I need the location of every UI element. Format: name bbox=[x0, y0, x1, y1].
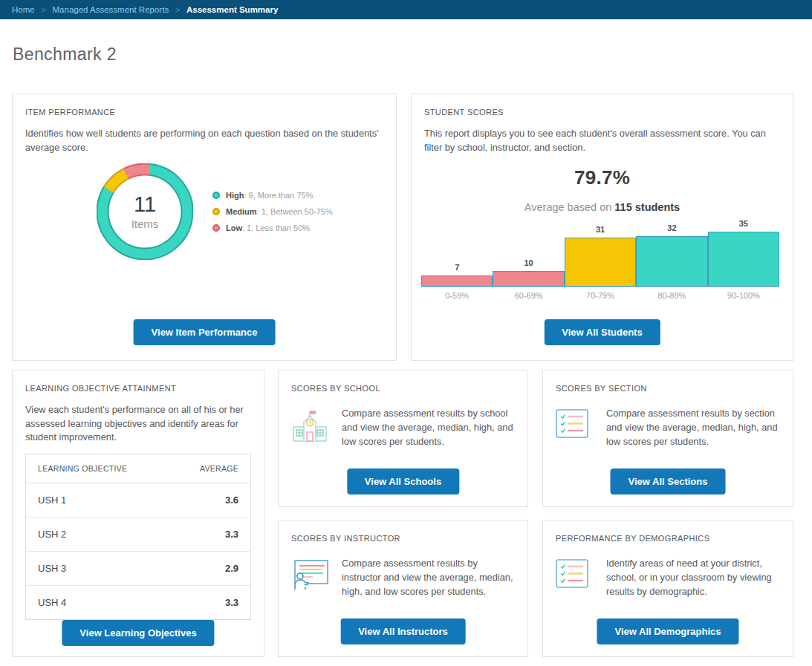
card-description: This report displays you to see each stu… bbox=[424, 127, 780, 154]
student-scores-histogram: 70-59%1060-69%3170-79%3280-89%3590-100% bbox=[421, 215, 779, 287]
card-title: SCORES BY SECTION bbox=[556, 384, 780, 393]
legend-detail: : 1, Between 50-75% bbox=[257, 207, 333, 216]
checklist-icon bbox=[556, 556, 594, 592]
average-cell: 3.3 bbox=[225, 597, 238, 608]
objective-cell: USH 1 bbox=[38, 494, 66, 506]
donut-legend: High: 9, More than 75%Medium: 1, Between… bbox=[212, 191, 333, 232]
view-learning-objectives-button[interactable]: View Learning Objectives bbox=[62, 620, 214, 646]
table-row: USH 32.9 bbox=[26, 552, 250, 586]
legend-detail: : 1, Less than 50% bbox=[242, 223, 310, 232]
objective-cell: USH 3 bbox=[38, 563, 66, 574]
donut-total-label: Items bbox=[131, 218, 159, 230]
table-row: USH 23.3 bbox=[26, 518, 250, 552]
histogram-bar-group: 3170-79% bbox=[565, 215, 636, 287]
legend-dot bbox=[212, 208, 220, 215]
average-cell: 3.3 bbox=[225, 529, 238, 540]
card-description: Compare assessment results by section an… bbox=[606, 406, 780, 449]
donut-center-label: 11 Items bbox=[97, 163, 193, 260]
card-content: Compare assessment results by school and… bbox=[291, 406, 515, 449]
bar-value-label: 31 bbox=[565, 225, 636, 234]
histogram-bar-group: 70-59% bbox=[421, 215, 493, 287]
breadcrumb: Home > Managed Assessment Reports > Asse… bbox=[0, 0, 812, 19]
bar-value-label: 32 bbox=[636, 223, 707, 232]
instructor-presentation-icon bbox=[291, 556, 330, 593]
card-student-scores: STUDENT SCORES This report displays you … bbox=[411, 94, 793, 361]
card-description: Identify areas of need at your district,… bbox=[606, 556, 780, 599]
legend-dot bbox=[212, 192, 220, 199]
average-cell: 3.6 bbox=[225, 494, 238, 506]
bar-category-label: 80-89% bbox=[636, 291, 707, 300]
card-title: SCORES BY SCHOOL bbox=[291, 384, 515, 393]
card-description: View each student's performance on all o… bbox=[25, 403, 251, 445]
bar-value-label: 10 bbox=[493, 258, 564, 267]
histogram-bar bbox=[708, 232, 779, 287]
legend-label: High bbox=[226, 191, 244, 200]
histogram-bar bbox=[493, 271, 564, 287]
view-all-demographics-button[interactable]: View All Demographics bbox=[597, 618, 738, 644]
histogram-bar-group: 1060-69% bbox=[493, 215, 564, 287]
legend-label: Medium bbox=[226, 207, 257, 216]
donut-total: 11 bbox=[134, 194, 156, 215]
card-content: Identify areas of need at your district,… bbox=[556, 556, 780, 599]
card-scores-by-instructor: SCORES BY INSTRUCTOR Compare assessment … bbox=[278, 520, 528, 657]
view-all-sections-button[interactable]: View All Sections bbox=[611, 469, 726, 494]
legend-dot bbox=[212, 224, 220, 232]
card-scores-by-section: SCORES BY SECTION Compare assessment res… bbox=[542, 370, 793, 507]
card-item-performance: ITEM PERFORMANCE Identifies how well stu… bbox=[12, 94, 397, 361]
breadcrumb-assessment-summary: Assessment Summary bbox=[186, 5, 278, 14]
page-title: Benchmark 2 bbox=[13, 45, 117, 65]
column-header-objective: LEARNING OBJECTIVE bbox=[38, 464, 127, 473]
average-score-caption: Average based on 115 students bbox=[424, 201, 780, 213]
legend-item: Low: 1, Less than 50% bbox=[212, 223, 333, 232]
histogram-bar bbox=[565, 238, 636, 287]
bar-category-label: 60-69% bbox=[493, 291, 564, 300]
bar-value-label: 35 bbox=[708, 219, 779, 228]
card-performance-by-demographics: PERFORMANCE BY DEMOGRAPHICS Identify are… bbox=[542, 520, 793, 657]
bar-category-label: 90-100% bbox=[708, 291, 779, 300]
average-score-value: 79.7% bbox=[424, 166, 780, 189]
bar-value-label: 7 bbox=[421, 263, 493, 272]
donut-chart: 11 Items bbox=[97, 163, 193, 260]
table-row: USH 43.3 bbox=[26, 586, 250, 619]
card-title: LEARNING OBJECTIVE ATTAINMENT bbox=[25, 384, 251, 393]
table-row: USH 13.6 bbox=[26, 483, 250, 518]
view-item-performance-button[interactable]: View Item Performance bbox=[134, 319, 276, 345]
checklist-icon bbox=[556, 406, 594, 442]
card-title: PERFORMANCE BY DEMOGRAPHICS bbox=[556, 534, 780, 543]
breadcrumb-separator: > bbox=[42, 6, 46, 14]
bar-category-label: 70-79% bbox=[565, 291, 636, 300]
caption-students-count: 115 students bbox=[614, 201, 680, 213]
legend-label: Low bbox=[226, 223, 242, 232]
legend-item: Medium: 1, Between 50-75% bbox=[212, 207, 333, 216]
histogram-bar bbox=[636, 236, 707, 287]
card-content: Compare assessment results by instructor… bbox=[291, 556, 515, 599]
card-content: Compare assessment results by section an… bbox=[556, 406, 780, 449]
histogram-bar-group: 3590-100% bbox=[708, 215, 779, 287]
view-all-instructors-button[interactable]: View All Instructors bbox=[340, 618, 466, 644]
view-all-schools-button[interactable]: View All Schools bbox=[347, 469, 459, 494]
card-description: Identifies how well students are perform… bbox=[25, 127, 383, 154]
breadcrumb-separator: > bbox=[175, 6, 180, 14]
breadcrumb-managed-assessment-reports[interactable]: Managed Assessment Reports bbox=[53, 5, 169, 14]
view-all-students-button[interactable]: View All Students bbox=[544, 319, 660, 345]
objective-cell: USH 4 bbox=[38, 597, 66, 608]
histogram-bar bbox=[421, 275, 493, 287]
learning-objective-table: LEARNING OBJECTIVE AVERAGE USH 13.6USH 2… bbox=[25, 454, 251, 620]
school-icon bbox=[291, 406, 330, 446]
card-description: Compare assessment results by instructor… bbox=[342, 556, 515, 599]
breadcrumb-home[interactable]: Home bbox=[12, 5, 35, 14]
card-learning-objective-attainment: LEARNING OBJECTIVE ATTAINMENT View each … bbox=[12, 370, 264, 657]
table-header-row: LEARNING OBJECTIVE AVERAGE bbox=[26, 454, 250, 483]
card-title: SCORES BY INSTRUCTOR bbox=[291, 534, 515, 543]
objective-cell: USH 2 bbox=[38, 529, 66, 540]
table-body: USH 13.6USH 23.3USH 32.9USH 43.3 bbox=[26, 483, 250, 619]
card-description: Compare assessment results by school and… bbox=[342, 406, 515, 449]
item-performance-chart-area: 11 Items High: 9, More than 75%Medium: 1… bbox=[25, 163, 383, 260]
caption-prefix: Average based on bbox=[524, 201, 614, 213]
card-title: ITEM PERFORMANCE bbox=[25, 108, 383, 117]
legend-detail: : 9, More than 75% bbox=[244, 191, 313, 200]
bar-category-label: 0-59% bbox=[421, 291, 493, 300]
histogram-bar-group: 3280-89% bbox=[636, 215, 707, 287]
legend-item: High: 9, More than 75% bbox=[212, 191, 333, 200]
card-scores-by-school: SCORES BY SCHOOL Compare assessment resu… bbox=[278, 370, 528, 507]
